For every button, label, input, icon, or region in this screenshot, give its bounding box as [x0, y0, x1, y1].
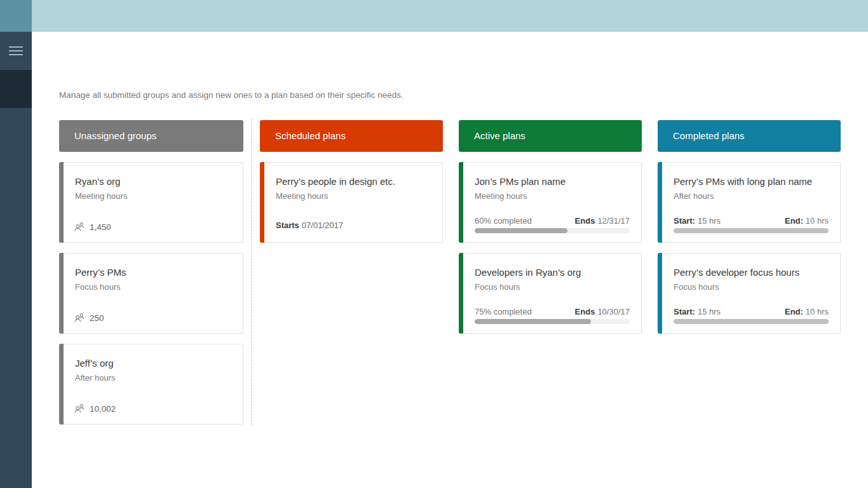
card-title: Jon’s PMs plan name [475, 176, 628, 187]
card-subtitle: After hours [75, 373, 230, 383]
member-count: 1,450 [90, 222, 111, 232]
card-title: Perry’s PMs [75, 267, 230, 278]
end-label: End: [785, 307, 803, 316]
card-accent-bar [260, 162, 264, 243]
card-accent-bar [658, 162, 662, 243]
card-subtitle: After hours [674, 191, 827, 201]
progress-bar-track [674, 228, 829, 233]
plan-card[interactable]: Perry’s developer focus hours Focus hour… [658, 253, 841, 334]
progress-bar-fill [674, 228, 829, 233]
progress-bar-track [674, 319, 829, 324]
card-title: Ryan’s org [75, 176, 230, 187]
group-card[interactable]: Perry’s PMs Focus hours 250 [59, 253, 243, 334]
end-hours: End:10 hrs [785, 216, 829, 226]
card-accent-bar [658, 253, 662, 334]
column-header-completed-plans[interactable]: Completed plans [658, 120, 841, 152]
ends-label: Ends [575, 307, 595, 316]
end-hours: End:10 hrs [785, 307, 829, 316]
card-accent-bar [459, 162, 463, 243]
member-count: 10,002 [90, 404, 116, 414]
end-label: End: [785, 216, 803, 226]
end-date: Ends12/31/17 [575, 216, 630, 226]
board-column-active-plans: Active plans Jon’s PMs plan name Meeting… [459, 120, 642, 334]
start-hours: Start:15 hrs [674, 216, 721, 226]
progress-meta-row: 75% completed Ends10/30/17 [475, 307, 630, 316]
left-nav-sidebar [0, 32, 32, 488]
group-card[interactable]: Ryan’s org Meeting hours 1,450 [59, 162, 243, 243]
card-subtitle: Focus hours [475, 282, 628, 292]
ends-label: Ends [575, 216, 595, 226]
app-logo-tile [0, 0, 32, 32]
card-accent-bar [459, 253, 463, 334]
card-subtitle: Focus hours [75, 282, 230, 292]
member-count-row: 250 [74, 313, 104, 323]
progress-label: 75% completed [475, 307, 532, 316]
group-card[interactable]: Jeff’s org After hours 10,002 [59, 344, 243, 424]
card-subtitle: Focus hours [674, 282, 827, 292]
board-column-scheduled-plans: Scheduled plans Perry’s people in design… [260, 120, 443, 243]
progress-bar-fill [475, 228, 567, 233]
start-hours: Start:15 hrs [674, 307, 721, 316]
card-title: Jeff’s org [75, 358, 230, 369]
hours-meta-row: Start:15 hrs End:10 hrs [674, 216, 829, 226]
column-header-unassigned-groups[interactable]: Unassigned groups [59, 120, 243, 152]
menu-button[interactable] [0, 38, 32, 64]
starts-date: 07/01/2017 [302, 220, 343, 230]
progress-meta-row: 60% completed Ends12/31/17 [475, 216, 630, 226]
card-accent-bar [59, 344, 64, 424]
plan-card[interactable]: Jon’s PMs plan name Meeting hours 60% co… [459, 162, 642, 243]
plan-card[interactable]: Developers in Ryan’s org Focus hours 75%… [459, 253, 642, 334]
board-column-unassigned-groups: Unassigned groups Ryan’s org Meeting hou… [59, 120, 243, 424]
people-icon [74, 403, 85, 414]
member-count-row: 1,450 [74, 222, 111, 232]
progress-bar-track [475, 228, 630, 233]
column-divider-dashed [251, 119, 252, 425]
top-header-bar [32, 0, 868, 32]
start-date-row: Starts07/01/2017 [276, 220, 343, 230]
card-subtitle: Meeting hours [475, 191, 628, 201]
card-title: Perry’s people in design etc. [276, 176, 430, 187]
card-title: Perry’s developer focus hours [674, 267, 827, 278]
start-label: Start: [674, 216, 695, 226]
progress-label: 60% completed [475, 216, 532, 226]
start-label: Start: [674, 307, 695, 316]
column-header-active-plans[interactable]: Active plans [459, 120, 642, 152]
progress-bar-fill [674, 319, 829, 324]
hamburger-menu-icon [9, 46, 23, 55]
progress-bar-track [475, 319, 630, 324]
column-title: Unassigned groups [74, 130, 156, 141]
card-subtitle: Meeting hours [75, 191, 230, 201]
member-count: 250 [90, 313, 104, 323]
plan-card[interactable]: Perry’s people in design etc. Meeting ho… [260, 162, 443, 243]
end-date: Ends10/30/17 [575, 307, 630, 316]
card-accent-bar [59, 162, 64, 243]
card-title: Perry’s PMs with long plan name [674, 176, 827, 187]
people-icon [74, 313, 85, 323]
sidebar-item-selected[interactable] [0, 70, 32, 108]
people-icon [74, 222, 85, 232]
card-accent-bar [59, 253, 64, 334]
member-count-row: 10,002 [74, 403, 116, 414]
progress-bar-fill [475, 319, 591, 324]
hours-meta-row: Start:15 hrs End:10 hrs [674, 307, 829, 316]
column-title: Scheduled plans [275, 130, 346, 141]
column-header-scheduled-plans[interactable]: Scheduled plans [260, 120, 443, 152]
card-title: Developers in Ryan’s org [475, 267, 628, 278]
starts-label: Starts [276, 220, 299, 230]
column-title: Completed plans [673, 130, 745, 141]
column-title: Active plans [474, 130, 526, 141]
board-column-completed-plans: Completed plans Perry’s PMs with long pl… [658, 120, 841, 334]
page-description: Manage all submitted groups and assign n… [59, 90, 403, 100]
plan-card[interactable]: Perry’s PMs with long plan name After ho… [658, 162, 841, 243]
card-subtitle: Meeting hours [276, 191, 430, 201]
